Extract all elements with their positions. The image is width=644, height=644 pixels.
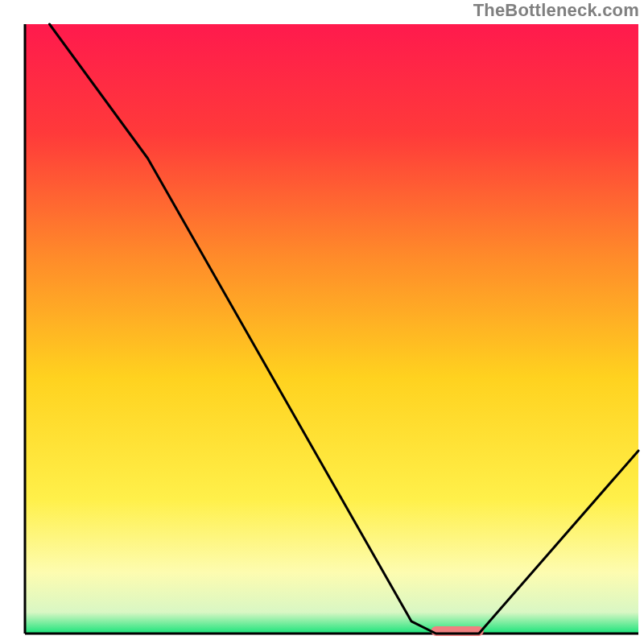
- bottleneck-chart-svg: [0, 0, 644, 644]
- watermark-text: TheBottleneck.com: [473, 0, 639, 21]
